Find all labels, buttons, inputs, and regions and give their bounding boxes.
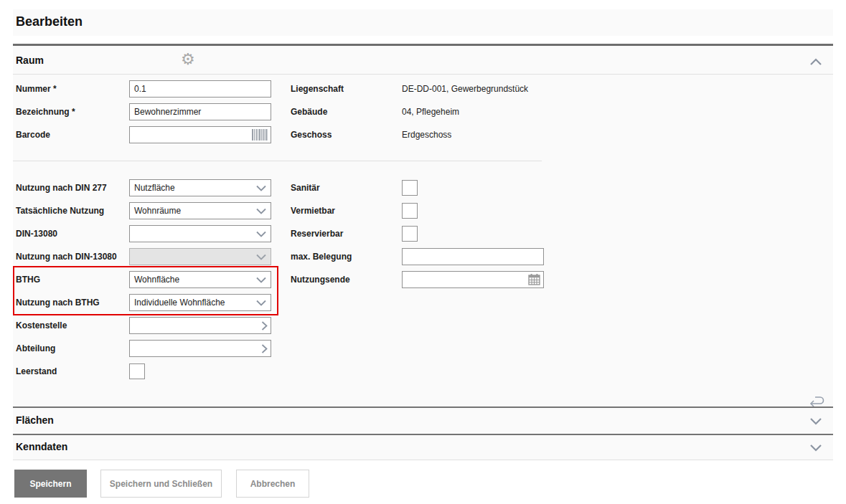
save-button[interactable]: Speichern [14,470,87,498]
abteilung-input[interactable] [130,341,261,356]
nutzung-din277-value: Nutzfläche [134,183,175,193]
tatsaechliche-nutzung-select[interactable]: Wohnräume [129,202,271,219]
chevron-down-icon [256,231,266,237]
chevron-down-icon[interactable] [809,417,822,426]
barcode-input[interactable] [130,128,252,142]
raum-collapse-button[interactable] [809,57,822,66]
liegenschaft-label: Liegenschaft [291,84,402,94]
bthg-select[interactable]: Wohnfläche [129,271,271,288]
nutzungsende-input[interactable] [403,272,528,287]
max-belegung-input[interactable] [402,248,544,265]
kostenstelle-input[interactable] [130,318,261,333]
chevron-down-icon[interactable] [809,444,822,452]
nutzung-bthg-label: Nutzung nach BTHG [16,298,129,308]
chevron-down-icon [256,254,266,260]
max-belegung-label: max. Belegung [291,252,402,262]
geschoss-value: Erdgeschoss [402,130,451,140]
bezeichnung-label: Bezeichnung * [16,107,129,117]
flaechen-section-title: Flächen [16,414,54,426]
din13080-label: DIN-13080 [16,229,129,239]
gebaeude-value: 04, Pflegeheim [402,107,459,117]
page-header-band [13,9,833,36]
nutzung-din277-label: Nutzung nach DIN 277 [16,183,129,193]
barcode-label: Barcode [16,130,129,140]
tatsaechliche-nutzung-label: Tatsächliche Nutzung [16,206,129,216]
nutzungsende-label: Nutzungsende [291,275,402,285]
liegenschaft-value: DE-DD-001, Gewerbegrundstück [402,84,528,94]
chevron-right-icon[interactable] [261,321,268,331]
chevron-up-icon [809,57,822,66]
chevron-down-icon [256,300,266,306]
calendar-icon[interactable] [528,274,540,285]
din13080-select[interactable] [129,225,271,242]
bthg-label: BTHG [16,275,129,285]
nummer-input[interactable] [129,80,271,98]
nummer-label: Nummer * [16,84,129,94]
bthg-value: Wohnfläche [134,275,179,285]
leerstand-checkbox[interactable] [129,363,145,379]
chevron-down-icon [256,277,266,283]
undo-button[interactable] [808,396,825,407]
nutzung-din13080-select [129,248,271,265]
leerstand-label: Leerstand [16,366,129,376]
barcode-field[interactable] [129,126,271,143]
kostenstelle-label: Kostenstelle [16,320,129,331]
sanitaer-label: Sanitär [291,183,402,193]
abteilung-label: Abteilung [16,343,129,353]
bezeichnung-input[interactable] [129,103,271,120]
kenndaten-bar[interactable]: Kenndaten [13,435,833,460]
reservierbar-checkbox[interactable] [402,226,418,242]
nutzungsende-field[interactable] [402,271,544,288]
abteilung-field[interactable] [129,340,271,357]
vermietbar-label: Vermietbar [291,206,402,216]
page-title: Bearbeiten [16,14,83,29]
save-and-close-button[interactable]: Speichern und Schließen [100,470,222,498]
chevron-down-icon [256,185,266,191]
nutzung-din13080-label: Nutzung nach DIN-13080 [16,252,129,262]
cancel-button[interactable]: Abbrechen [236,470,309,498]
flaechen-bar[interactable]: Flächen [13,408,833,434]
undo-arrow-icon [808,396,825,407]
chevron-down-icon [256,208,266,214]
raum-inner-divider [13,161,542,161]
kenndaten-section-title: Kenndaten [16,441,67,452]
tatsaechliche-nutzung-value: Wohnräume [134,206,181,216]
chevron-right-icon[interactable] [261,344,268,353]
gear-icon[interactable]: ⚙ [181,52,195,67]
geschoss-label: Geschoss [291,130,402,140]
nutzung-bthg-select[interactable]: Individuelle Wohnfläche [129,294,271,311]
kenndaten-bottom-divider [13,460,833,460]
gebaeude-label: Gebäude [291,107,402,117]
kostenstelle-field[interactable] [129,317,271,334]
nutzung-din277-select[interactable]: Nutzfläche [129,179,271,196]
raum-section-title: Raum [16,54,44,66]
sanitaer-checkbox[interactable] [402,180,418,196]
raum-header-divider [13,74,833,75]
barcode-icon [252,129,268,141]
vermietbar-checkbox[interactable] [402,203,418,219]
nutzung-bthg-value: Individuelle Wohnfläche [134,298,225,308]
reservierbar-label: Reservierbar [291,229,402,239]
